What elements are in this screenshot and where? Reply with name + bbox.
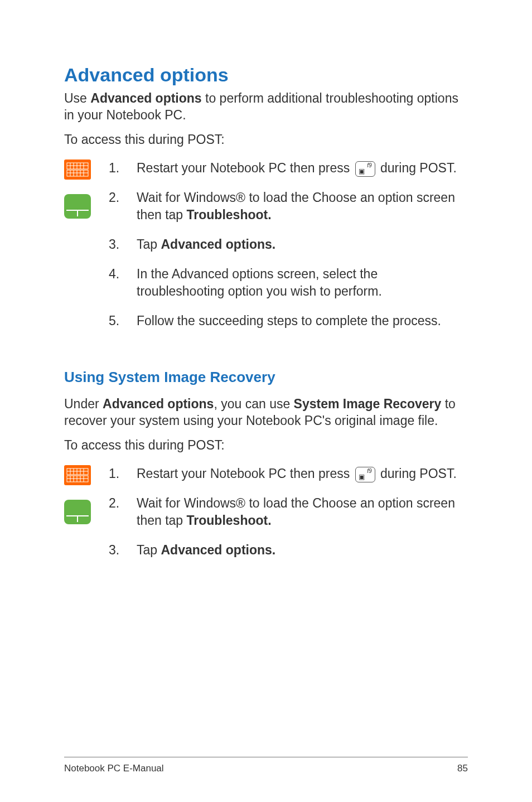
key-label: f9 — [367, 163, 371, 168]
sub-intro-bold2: System Image Recovery — [294, 397, 442, 411]
step-bold: Troubleshoot. — [187, 207, 272, 222]
step-2-2: Wait for Windows® to load the Choose an … — [109, 495, 468, 529]
f9-key-icon: ▣f9 — [355, 161, 375, 177]
sub-intro-paragraph: Under Advanced options, you can use Syst… — [64, 396, 468, 429]
keyboard-icon — [64, 465, 91, 485]
steps-list-2: Restart your Notebook PC then press ▣f9 … — [109, 465, 468, 559]
intro-bold: Advanced options — [90, 91, 201, 105]
step-1-2: Wait for Windows® to load the Choose an … — [109, 189, 468, 224]
access-line-2: To access this during POST: — [64, 437, 468, 454]
step-text: Tap — [137, 237, 161, 252]
keyboard-icon — [64, 160, 91, 180]
step-bold: Troubleshoot. — [187, 513, 272, 528]
key-label: f9 — [367, 468, 371, 474]
step-bold: Advanced options. — [161, 543, 275, 557]
step-bold: Advanced options. — [161, 237, 275, 252]
step-text: Restart your Notebook PC then press — [137, 161, 354, 175]
intro-pre: Use — [64, 91, 90, 105]
intro-paragraph: Use Advanced options to perform addition… — [64, 90, 468, 124]
access-line-1: To access this during POST: — [64, 132, 468, 148]
sub-intro-pre: Under — [64, 397, 103, 411]
step-1-5: Follow the succeeding steps to complete … — [109, 312, 468, 330]
step-1-1: Restart your Notebook PC then press ▣f9 … — [109, 160, 468, 177]
subsection-heading: Using System Image Recovery — [64, 369, 468, 386]
key-glyph: ▣ — [359, 168, 365, 175]
step-text: Restart your Notebook PC then press — [137, 466, 354, 481]
footer-left: Notebook PC E-Manual — [64, 763, 164, 774]
step-text-post: during POST. — [377, 161, 457, 175]
section-heading: Advanced options — [64, 64, 468, 86]
sub-intro-bold1: Advanced options — [103, 397, 214, 411]
step-1-3: Tap Advanced options. — [109, 236, 468, 253]
key-glyph: ▣ — [359, 474, 365, 480]
touchpad-icon — [64, 194, 91, 219]
step-text: Tap — [137, 543, 161, 557]
sub-intro-mid: , you can use — [214, 397, 293, 411]
step-2-3: Tap Advanced options. — [109, 542, 468, 559]
touchpad-icon — [64, 500, 91, 524]
step-text-post: during POST. — [377, 466, 457, 481]
step-2-1: Restart your Notebook PC then press ▣f9 … — [109, 465, 468, 482]
step-text: Wait for Windows® to load the Choose an … — [137, 496, 455, 528]
f9-key-icon: ▣f9 — [355, 467, 375, 482]
step-1-4: In the Advanced options screen, select t… — [109, 265, 468, 300]
steps-list-1: Restart your Notebook PC then press ▣f9 … — [109, 160, 468, 330]
step-text: Wait for Windows® to load the Choose an … — [137, 190, 455, 222]
page-number: 85 — [457, 763, 468, 774]
